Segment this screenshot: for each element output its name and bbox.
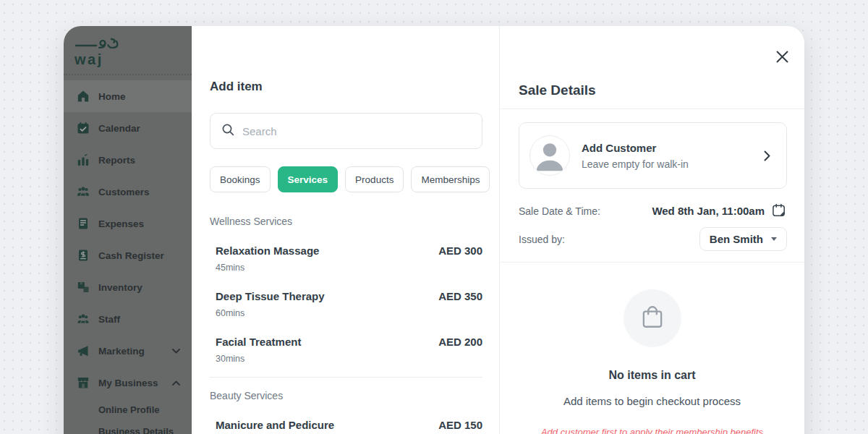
sidebar-divider	[64, 74, 192, 75]
sale-details-body: Add Customer Leave empty for walk-in Sal…	[500, 109, 804, 251]
sidebar-item-label: My Business	[98, 378, 158, 388]
service-name: Deep Tissue Therapy	[216, 290, 325, 302]
shopping-bag-icon	[639, 303, 666, 333]
sidebar-item-label: Calendar	[98, 123, 140, 134]
sidebar-item-reports[interactable]: Reports	[64, 144, 192, 176]
add-customer-subtitle: Leave empty for walk-in	[582, 158, 689, 170]
cash-register-icon	[77, 249, 90, 262]
calendar-edit-icon[interactable]	[772, 203, 787, 218]
home-icon	[77, 90, 90, 103]
sidebar: waj Home Calendar	[64, 26, 192, 434]
chevron-down-icon	[172, 349, 180, 354]
sidebar-subitem-label: Business Details	[98, 426, 174, 434]
service-section-title: Beauty Services	[210, 390, 482, 401]
tab-label: Memberships	[421, 174, 480, 185]
tab-label: Services	[288, 174, 328, 185]
chevron-up-icon	[172, 380, 180, 386]
chevron-right-icon	[764, 150, 770, 161]
sidebar-subitem-online-profile[interactable]: Online Profile	[64, 399, 192, 420]
avatar	[529, 135, 570, 176]
service-duration: 30mins	[216, 354, 482, 364]
my-business-icon	[77, 376, 90, 389]
add-customer-texts: Add Customer Leave empty for walk-in	[582, 142, 689, 170]
sale-date-row: Sale Date & Time: Wed 8th Jan, 11:00am	[519, 203, 787, 218]
empty-cart-subtitle: Add items to begin checkout process	[500, 395, 804, 407]
tab-label: Bookings	[220, 174, 260, 185]
sidebar-nav: Home Calendar Reports	[64, 80, 192, 434]
close-button[interactable]	[775, 51, 789, 65]
empty-cart-title: No items in cart	[500, 369, 804, 382]
bag-circle	[624, 289, 681, 347]
issued-by-dropdown[interactable]: Ben Smith	[699, 227, 787, 251]
waj-logo: waj	[75, 37, 124, 67]
service-duration: 60mins	[216, 308, 482, 318]
customers-icon	[77, 185, 90, 198]
expenses-icon	[77, 217, 90, 230]
add-customer-title: Add Customer	[582, 142, 689, 154]
sidebar-item-expenses[interactable]: Expenses	[64, 208, 192, 239]
sale-details-title: Sale Details	[519, 82, 596, 98]
sidebar-item-label: Expenses	[98, 218, 144, 229]
tab-bookings[interactable]: Bookings	[210, 166, 271, 192]
reports-icon	[77, 153, 90, 166]
add-customer-card[interactable]: Add Customer Leave empty for walk-in	[519, 122, 787, 189]
service-price: AED 150	[438, 419, 482, 431]
section-divider	[210, 377, 482, 378]
add-item-title: Add item	[210, 26, 482, 94]
sidebar-item-inventory[interactable]: Inventory	[64, 271, 192, 303]
inventory-icon	[77, 281, 90, 294]
service-section-title: Wellness Services	[210, 216, 482, 227]
sidebar-item-my-business[interactable]: My Business	[64, 367, 192, 399]
search-input[interactable]	[242, 125, 471, 137]
sale-details-header: Sale Details	[500, 26, 804, 109]
service-price: AED 350	[438, 290, 482, 302]
issued-by-value: Ben Smith	[710, 233, 763, 245]
sidebar-item-label: Marketing	[98, 346, 145, 357]
issued-by-label: Issued by:	[519, 234, 565, 245]
empty-cart-state: No items in cart Add items to begin chec…	[500, 263, 804, 434]
calendar-icon	[77, 122, 90, 135]
sidebar-item-label: Staff	[98, 314, 120, 325]
service-price: AED 300	[438, 244, 482, 257]
sidebar-item-label: Inventory	[98, 282, 142, 293]
service-name: Relaxation Massage	[216, 244, 319, 257]
service-item[interactable]: Manicure and Pedicure AED 150 90mins	[210, 419, 482, 434]
item-type-tabs: Bookings Services Products Memberships	[210, 166, 482, 192]
caret-down-icon	[771, 237, 777, 241]
sidebar-item-marketing[interactable]: Marketing	[64, 335, 192, 367]
sale-details-panel: Sale Details Add Customer Leave empty fo…	[499, 26, 804, 434]
tab-products[interactable]: Products	[345, 166, 404, 192]
sidebar-item-home[interactable]: Home	[64, 80, 192, 112]
sidebar-item-staff[interactable]: Staff	[64, 303, 192, 335]
add-item-panel: Add item Bookings Services Products	[192, 26, 499, 434]
service-name: Facial Treatment	[216, 336, 301, 348]
sidebar-item-label: Customers	[98, 187, 150, 197]
app-window: waj Home Calendar	[64, 26, 804, 434]
service-item[interactable]: Relaxation Massage AED 300 45mins	[210, 244, 482, 273]
marketing-icon	[77, 344, 90, 357]
sidebar-item-label: Reports	[98, 155, 135, 166]
sidebar-subitem-business-details[interactable]: Business Details	[64, 420, 192, 434]
staff-icon	[77, 312, 90, 326]
tab-label: Products	[355, 174, 393, 185]
sale-date-label: Sale Date & Time:	[519, 205, 600, 217]
sale-date-value: Wed 8th Jan, 11:00am	[652, 205, 765, 217]
sidebar-subitem-label: Online Profile	[98, 404, 160, 415]
service-duration: 45mins	[216, 263, 482, 273]
sidebar-item-customers[interactable]: Customers	[64, 176, 192, 208]
tab-services[interactable]: Services	[278, 166, 339, 192]
service-item[interactable]: Deep Tissue Therapy AED 350 60mins	[210, 290, 482, 318]
sidebar-item-cash-register[interactable]: Cash Register	[64, 239, 192, 271]
close-icon	[776, 51, 788, 66]
tab-memberships[interactable]: Memberships	[411, 166, 490, 192]
search-icon	[221, 123, 234, 139]
search-box[interactable]	[210, 113, 482, 149]
sidebar-item-calendar[interactable]: Calendar	[64, 112, 192, 144]
empty-cart-warning: Add customer first to apply their member…	[500, 427, 804, 434]
logo-text: waj	[75, 52, 124, 67]
service-item[interactable]: Facial Treatment AED 200 30mins	[210, 336, 482, 364]
sidebar-item-label: Cash Register	[98, 250, 164, 261]
service-name: Manicure and Pedicure	[216, 419, 334, 431]
service-price: AED 200	[438, 336, 482, 348]
sidebar-item-label: Home	[98, 91, 126, 102]
